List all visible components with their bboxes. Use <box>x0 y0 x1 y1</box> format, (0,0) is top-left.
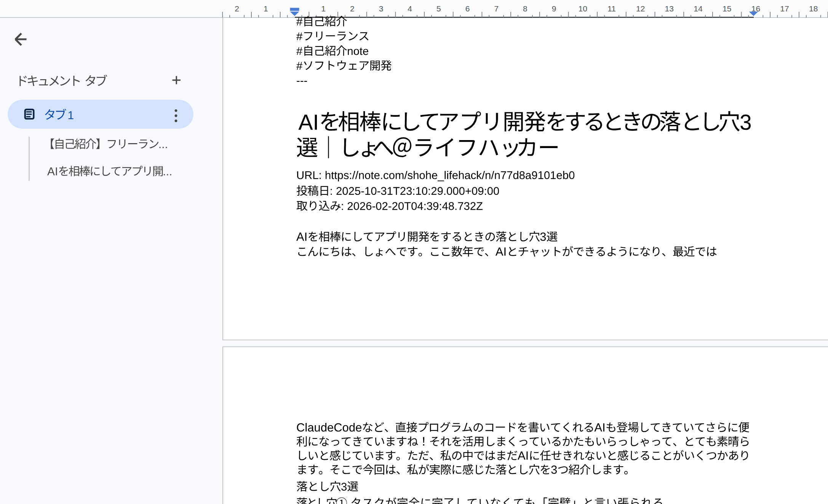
svg-text:14: 14 <box>694 4 703 13</box>
svg-text:5: 5 <box>436 4 441 13</box>
svg-text:3: 3 <box>379 4 384 13</box>
svg-text:18: 18 <box>809 4 818 13</box>
svg-text:7: 7 <box>494 4 499 13</box>
svg-text:13: 13 <box>665 4 674 13</box>
svg-text:2: 2 <box>235 4 239 13</box>
svg-text:17: 17 <box>780 4 789 13</box>
svg-text:11: 11 <box>607 4 616 13</box>
svg-text:16: 16 <box>751 4 760 13</box>
svg-text:10: 10 <box>579 4 587 13</box>
svg-text:2: 2 <box>350 4 355 13</box>
svg-text:1: 1 <box>264 4 268 13</box>
svg-text:6: 6 <box>465 4 470 13</box>
svg-text:4: 4 <box>408 4 412 13</box>
svg-text:12: 12 <box>636 4 645 13</box>
svg-text:15: 15 <box>723 4 731 13</box>
svg-text:9: 9 <box>552 4 556 13</box>
svg-text:1: 1 <box>321 4 326 13</box>
svg-text:8: 8 <box>523 4 527 13</box>
